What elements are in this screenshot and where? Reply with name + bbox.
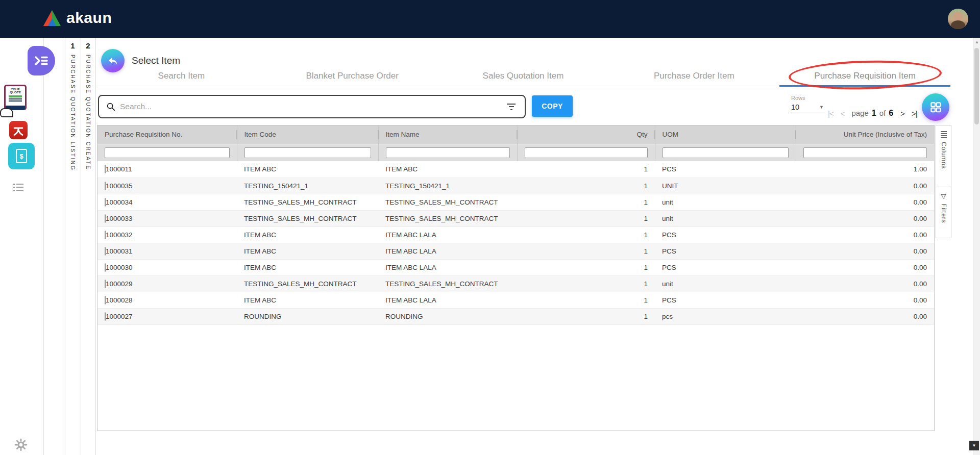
filter-input-unit-price[interactable] [803, 147, 927, 158]
cell-uom: PCS [655, 226, 796, 243]
cell-qty: 1 [517, 292, 655, 308]
column-header-pr-no[interactable]: Purchase Requisition No. [97, 125, 237, 144]
table-row[interactable]: 1000034 TESTING_SALES_MH_CONTRACT TESTIN… [97, 194, 934, 210]
quote-app-icon[interactable]: YOUR QUOTE [2, 85, 30, 114]
cell-uom: UNIT [655, 178, 796, 194]
cell-pr-no: 1000011 [106, 165, 132, 173]
sidebar-expand-button[interactable] [28, 46, 55, 75]
cell-item-code: ITEM ABC [237, 226, 378, 243]
scroll-down-button[interactable]: ▼ [969, 441, 979, 450]
cell-pr-no: 1000033 [106, 215, 133, 222]
column-header-item-code[interactable]: Item Code [237, 125, 378, 144]
cell-unit-price: 0.00 [796, 226, 934, 243]
cell-pr-no: 1000029 [106, 280, 133, 288]
filter-input-uom[interactable] [663, 147, 789, 158]
column-header-unit-price[interactable]: Unit Price (Inclusive of Tax) [796, 125, 934, 144]
cell-uom: unit [655, 210, 796, 226]
rows-per-page-select[interactable]: Rows 10 ▼ [791, 95, 825, 113]
table-row[interactable]: 1000028 ITEM ABC ITEM ABC LALA 1 PCS 0.0… [97, 292, 934, 308]
cell-item-name: ITEM ABC [378, 161, 517, 178]
vertical-scrollbar[interactable]: ▲ [973, 38, 980, 455]
cell-pr-no: 1000035 [106, 182, 133, 190]
table-row[interactable]: 1000029 TESTING_SALES_MH_CONTRACT TESTIN… [97, 275, 934, 292]
tab-sales-quotation-item[interactable]: Sales Quotation Item [438, 66, 609, 86]
filter-input-pr-no[interactable] [105, 147, 230, 158]
filters-label: Filters [940, 204, 947, 229]
column-header-uom[interactable]: UOM [655, 125, 796, 144]
next-page-button[interactable]: > [900, 109, 904, 118]
filter-list-icon[interactable] [505, 102, 518, 112]
cell-unit-price: 0.00 [796, 292, 934, 308]
first-page-button[interactable]: |< [828, 109, 834, 118]
cell-item-name: TESTING_150421_1 [378, 178, 517, 194]
pagination: |< < page 1 of 6 > >| [828, 105, 917, 122]
last-page-button[interactable]: >| [912, 109, 917, 118]
cell-pr-no: 1000032 [106, 231, 133, 239]
scrollbar-thumb[interactable] [974, 48, 979, 124]
scroll-up-icon[interactable]: ▲ [973, 40, 980, 44]
table-body: 1000011 ITEM ABC ITEM ABC 1 PCS 1.00 100… [97, 161, 934, 324]
table-side-tools: Columns Filters [936, 125, 951, 238]
tab-purchase-requisition-item[interactable]: Purchase Requisition Item [779, 66, 950, 86]
active-tab-indicator [779, 85, 950, 87]
table-row[interactable]: 1000011 ITEM ABC ITEM ABC 1 PCS 1.00 [97, 161, 934, 178]
table-row[interactable]: 1000027 ROUNDING ROUNDING 1 pcs 0.00 [97, 308, 934, 324]
cell-qty: 1 [517, 226, 655, 243]
table-row[interactable]: 1000032 ITEM ABC ITEM ABC LALA 1 PCS 0.0… [97, 226, 934, 243]
hand-graphic [0, 108, 13, 117]
app-header: akaun [0, 0, 980, 38]
cell-qty: 1 [517, 243, 655, 259]
cell-qty: 1 [517, 259, 655, 275]
prev-page-button[interactable]: < [841, 109, 845, 118]
cell-item-code: TESTING_150421_1 [237, 178, 378, 194]
cell-item-code: ITEM ABC [237, 161, 378, 178]
search-input[interactable] [120, 102, 505, 111]
grid-view-button[interactable] [922, 93, 949, 121]
cell-item-code: ITEM ABC [237, 292, 378, 308]
table-row[interactable]: 1000031 ITEM ABC ITEM ABC LALA 1 PCS 0.0… [97, 243, 934, 259]
column-header-qty[interactable]: Qty [517, 125, 655, 144]
settings-gear-icon[interactable] [14, 438, 28, 452]
quote-app-text: YOUR QUOTE [6, 88, 25, 94]
user-avatar[interactable] [948, 9, 968, 29]
cell-qty: 1 [517, 308, 655, 324]
workspace-tab-purchase-quotation-listing[interactable]: 1 PURCHASE QUOTATION LISTING [65, 38, 81, 173]
cell-unit-price: 0.00 [796, 178, 934, 194]
table-row[interactable]: 1000030 ITEM ABC ITEM ABC LALA 1 PCS 0.0… [97, 259, 934, 275]
table-row[interactable]: 1000035 TESTING_150421_1 TESTING_150421_… [97, 178, 934, 194]
tab-blanket-purchase-order[interactable]: Blanket Purchase Order [267, 66, 438, 86]
page-status: page 1 of 6 [851, 109, 893, 118]
app-window: akaun YOUR QUOTE $ [0, 0, 980, 455]
cell-uom: unit [655, 194, 796, 210]
filter-input-item-code[interactable] [244, 147, 371, 158]
invoice-icon: $ [16, 149, 27, 163]
cell-qty: 1 [517, 210, 655, 226]
tab-search-item[interactable]: Search Item [96, 66, 267, 86]
filters-button[interactable]: Filters [936, 187, 951, 238]
tab-label: Search Item [158, 71, 205, 81]
workspace-tab-label: PURCHASE QUOTATION CREATE [85, 55, 91, 170]
billing-app-icon[interactable]: $ [8, 143, 35, 169]
cell-item-name: TESTING_SALES_MH_CONTRACT [378, 210, 517, 226]
cell-item-name: ROUNDING [378, 308, 517, 324]
erp-app-icon[interactable] [9, 121, 28, 139]
cell-unit-price: 0.00 [796, 308, 934, 324]
workspace-tab-label: PURCHASE QUOTATION LISTING [70, 55, 76, 171]
purchase-requisition-table: Purchase Requisition No. Item Code Item … [97, 125, 935, 431]
workspace-tab-purchase-quotation-create[interactable]: 2 PURCHASE QUOTATION CREATE [81, 38, 95, 172]
cell-uom: PCS [655, 161, 796, 178]
workspace-tab-number: 2 [81, 38, 95, 50]
filter-input-qty[interactable] [525, 147, 648, 158]
list-menu-icon[interactable] [13, 183, 26, 192]
page-title: Select Item [132, 55, 180, 66]
column-header-item-name[interactable]: Item Name [378, 125, 517, 144]
table-row[interactable]: 1000033 TESTING_SALES_MH_CONTRACT TESTIN… [97, 210, 934, 226]
tab-purchase-order-item[interactable]: Purchase Order Item [608, 66, 779, 86]
cell-unit-price: 0.00 [796, 259, 934, 275]
columns-button[interactable]: Columns [936, 125, 951, 187]
filter-input-item-name[interactable] [386, 147, 510, 158]
cell-uom: PCS [655, 259, 796, 275]
copy-button[interactable]: COPY [532, 95, 573, 117]
cell-uom: PCS [655, 243, 796, 259]
cell-qty: 1 [517, 161, 655, 178]
